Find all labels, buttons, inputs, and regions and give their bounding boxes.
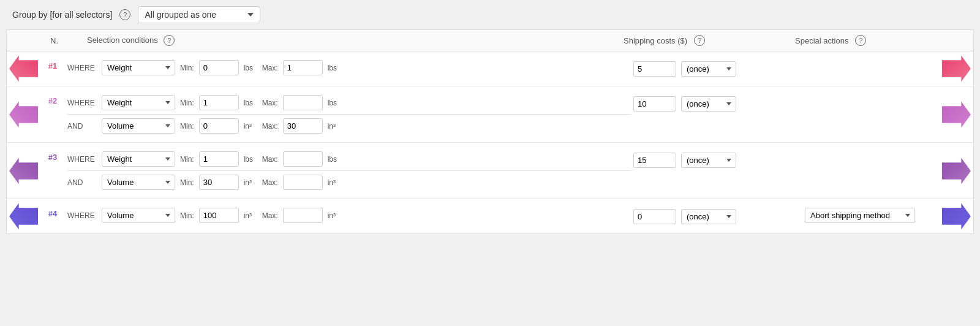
rule-number-3: #3 xyxy=(40,143,65,199)
cost-input-4[interactable] xyxy=(633,209,676,224)
condition-select-2-2[interactable]: WeightVolumePriceQuantity xyxy=(102,118,175,134)
min-label-4-1: Min: xyxy=(180,211,194,220)
condition-keyword-4-1: WHERE xyxy=(67,211,97,220)
once-select-3[interactable]: (once)(per item)(per kg) xyxy=(681,153,736,168)
max-unit-2-1: lbs xyxy=(328,99,341,107)
conditions-help-icon[interactable]: ? xyxy=(164,35,175,46)
svg-marker-1 xyxy=(942,55,971,82)
min-unit-4-1: in³ xyxy=(244,211,257,220)
header-col-conditions: Selection conditions ? xyxy=(87,35,624,46)
max-label-2-1: Max: xyxy=(262,99,278,107)
action-select-4[interactable]: Abort shipping methodNone xyxy=(805,208,915,223)
svg-marker-4 xyxy=(9,157,38,184)
condition-keyword-1-1: WHERE xyxy=(67,64,97,72)
max-unit-3-1: lbs xyxy=(328,155,341,164)
rule-number-4: #4 xyxy=(40,199,65,233)
condition-line-1-1: WHEREWeightVolumePriceQuantityMin:lbsMax… xyxy=(65,56,633,79)
condition-select-2-1[interactable]: WeightVolumePriceQuantity xyxy=(102,95,175,110)
svg-marker-3 xyxy=(942,101,971,127)
shipping-cost-section-3: (once)(per item)(per kg) xyxy=(633,143,805,199)
max-unit-4-1: in³ xyxy=(328,211,341,220)
svg-marker-7 xyxy=(942,203,971,229)
arrow-right-1[interactable] xyxy=(940,51,973,86)
special-actions-section-3 xyxy=(805,143,940,199)
cost-input-1[interactable] xyxy=(633,61,676,77)
svg-marker-6 xyxy=(9,203,38,229)
rule-number-2: #2 xyxy=(40,86,65,142)
min-input-4-1[interactable] xyxy=(199,208,239,223)
special-actions-section-1 xyxy=(805,51,940,86)
condition-line-2-2: ANDWeightVolumePriceQuantityMin:in³Max:i… xyxy=(65,115,633,137)
min-label-1-1: Min: xyxy=(180,64,194,72)
condition-keyword-2-2: AND xyxy=(67,122,97,131)
min-unit-2-1: lbs xyxy=(244,99,257,107)
cost-input-3[interactable] xyxy=(633,153,676,168)
min-label-3-1: Min: xyxy=(180,155,194,164)
arrow-left-2[interactable] xyxy=(7,86,40,142)
condition-line-3-1: WHEREWeightVolumePriceQuantityMin:lbsMax… xyxy=(65,148,633,170)
condition-select-3-2[interactable]: WeightVolumePriceQuantity xyxy=(102,175,175,190)
arrow-right-4[interactable] xyxy=(940,199,973,233)
rule-row-4: #4WHEREWeightVolumePriceQuantityMin:in³M… xyxy=(7,199,973,233)
min-input-2-1[interactable] xyxy=(199,95,239,110)
max-input-2-2[interactable] xyxy=(283,118,323,134)
group-by-help-icon[interactable]: ? xyxy=(119,9,130,20)
table-body: #1WHEREWeightVolumePriceQuantityMin:lbsM… xyxy=(7,51,973,233)
condition-keyword-2-1: WHERE xyxy=(67,99,97,107)
condition-line-4-1: WHEREWeightVolumePriceQuantityMin:in³Max… xyxy=(65,204,633,227)
header-col-actions: Special actions ? xyxy=(795,35,930,46)
cost-input-2[interactable] xyxy=(633,96,676,112)
arrow-right-2[interactable] xyxy=(940,86,973,142)
shipping-cost-section-1: (once)(per item)(per kg) xyxy=(633,51,805,86)
max-unit-2-2: in³ xyxy=(328,122,341,131)
main-table: N. Selection conditions ? Shipping costs… xyxy=(6,29,974,234)
max-label-1-1: Max: xyxy=(262,64,278,72)
max-label-3-2: Max: xyxy=(262,178,278,187)
svg-marker-2 xyxy=(9,101,38,127)
arrow-right-3[interactable] xyxy=(940,143,973,199)
rule-row-1: #1WHEREWeightVolumePriceQuantityMin:lbsM… xyxy=(7,51,973,86)
min-input-3-2[interactable] xyxy=(199,175,239,190)
condition-select-1-1[interactable]: WeightVolumePriceQuantity xyxy=(102,60,175,75)
arrow-left-4[interactable] xyxy=(7,199,40,233)
max-input-2-1[interactable] xyxy=(283,95,323,110)
special-actions-section-2 xyxy=(805,86,940,142)
svg-marker-5 xyxy=(942,157,971,184)
max-input-4-1[interactable] xyxy=(283,208,323,223)
rule-content-3: WHEREWeightVolumePriceQuantityMin:lbsMax… xyxy=(65,143,633,199)
shipping-help-icon[interactable]: ? xyxy=(694,35,705,46)
condition-select-3-1[interactable]: WeightVolumePriceQuantity xyxy=(102,151,175,167)
min-unit-2-2: in³ xyxy=(244,122,257,131)
actions-help-icon[interactable]: ? xyxy=(855,35,866,46)
once-select-4[interactable]: (once)(per item)(per kg) xyxy=(681,209,736,224)
once-select-2[interactable]: (once)(per item)(per kg) xyxy=(681,96,736,112)
arrow-left-3[interactable] xyxy=(7,143,40,199)
min-input-2-2[interactable] xyxy=(199,118,239,134)
max-label-2-2: Max: xyxy=(262,122,278,131)
header-col-n: N. xyxy=(50,36,87,45)
min-input-3-1[interactable] xyxy=(199,151,239,167)
rule-content-4: WHEREWeightVolumePriceQuantityMin:in³Max… xyxy=(65,199,633,233)
min-label-3-2: Min: xyxy=(180,178,194,187)
group-by-row: Group by [for all selectors] ? All group… xyxy=(6,6,974,23)
header-col-shipping: Shipping costs ($) ? xyxy=(624,35,795,46)
group-by-label: Group by [for all selectors] xyxy=(12,10,112,20)
shipping-cost-section-2: (once)(per item)(per kg) xyxy=(633,86,805,142)
once-select-1[interactable]: (once)(per item)(per kg) xyxy=(681,61,736,77)
max-input-3-2[interactable] xyxy=(283,175,323,190)
max-label-3-1: Max: xyxy=(262,155,278,164)
min-unit-1-1: lbs xyxy=(244,64,257,72)
condition-keyword-3-1: WHERE xyxy=(67,155,97,164)
min-input-1-1[interactable] xyxy=(199,60,239,75)
group-by-select[interactable]: All grouped as oneBy productBy category xyxy=(138,6,260,23)
rule-row-3: #3WHEREWeightVolumePriceQuantityMin:lbsM… xyxy=(7,143,973,199)
max-input-3-1[interactable] xyxy=(283,151,323,167)
max-input-1-1[interactable] xyxy=(283,60,323,75)
condition-select-4-1[interactable]: WeightVolumePriceQuantity xyxy=(102,208,175,223)
max-unit-1-1: lbs xyxy=(328,64,341,72)
condition-line-3-2: ANDWeightVolumePriceQuantityMin:in³Max:i… xyxy=(65,171,633,194)
table-header: N. Selection conditions ? Shipping costs… xyxy=(7,30,973,51)
arrow-left-1[interactable] xyxy=(7,51,40,86)
rule-row-2: #2WHEREWeightVolumePriceQuantityMin:lbsM… xyxy=(7,86,973,143)
rule-content-1: WHEREWeightVolumePriceQuantityMin:lbsMax… xyxy=(65,51,633,86)
